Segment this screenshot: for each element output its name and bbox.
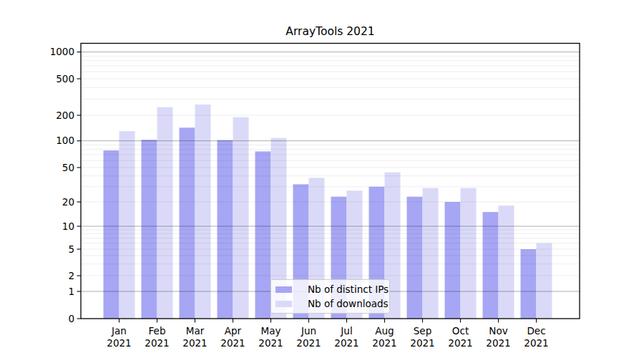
bar-distinct-ips bbox=[521, 249, 537, 319]
bar-distinct-ips bbox=[218, 140, 233, 319]
x-tick-label: Mar2021 bbox=[182, 325, 207, 349]
bar-downloads bbox=[537, 243, 552, 319]
y-tick-label: 0 bbox=[68, 313, 74, 324]
legend-label-distinct-ips: Nb of distinct IPs bbox=[308, 284, 389, 295]
y-tick-label: 100 bbox=[56, 135, 74, 146]
bar-distinct-ips bbox=[255, 151, 271, 319]
bar-downloads bbox=[499, 205, 514, 319]
x-tick-label: Jun2021 bbox=[296, 325, 321, 349]
x-tick-label: Oct2021 bbox=[448, 325, 472, 349]
x-tick-label: Jul2021 bbox=[334, 325, 358, 349]
bar-downloads bbox=[423, 188, 439, 319]
bar-distinct-ips bbox=[142, 140, 157, 319]
chart-legend: Nb of distinct IPs Nb of downloads bbox=[270, 279, 390, 314]
y-tick-label: 50 bbox=[62, 162, 74, 173]
x-tick-label: Jan2021 bbox=[107, 325, 131, 349]
x-tick-label: Sep2021 bbox=[410, 325, 434, 349]
bar-downloads bbox=[119, 131, 135, 319]
x-tick-label: Feb2021 bbox=[145, 325, 169, 349]
legend-swatch-downloads bbox=[275, 301, 292, 307]
x-tick-label: Nov2021 bbox=[486, 325, 510, 349]
y-tick-label: 5 bbox=[68, 243, 74, 255]
bar-downloads bbox=[461, 188, 477, 319]
legend-item-downloads: Nb of downloads bbox=[275, 298, 389, 309]
bar-downloads bbox=[195, 105, 211, 319]
y-tick-label: 1 bbox=[68, 286, 74, 297]
y-tick-label: 2 bbox=[68, 270, 74, 281]
bar-distinct-ips bbox=[445, 202, 461, 319]
legend-swatch-distinct-ips bbox=[275, 286, 292, 293]
bar-downloads bbox=[233, 117, 249, 319]
bar-downloads bbox=[157, 107, 173, 319]
legend-label-downloads: Nb of downloads bbox=[308, 298, 389, 309]
y-tick-label: 500 bbox=[56, 73, 74, 84]
x-tick-label: Dec2021 bbox=[524, 325, 548, 349]
bar-distinct-ips bbox=[180, 127, 195, 319]
x-tick-label: Aug2021 bbox=[372, 325, 396, 349]
x-tick-label: Apr2021 bbox=[220, 325, 245, 349]
y-tick-label: 200 bbox=[56, 110, 74, 121]
x-tick-label: May2021 bbox=[258, 325, 283, 349]
bar-distinct-ips bbox=[483, 212, 499, 319]
bar-distinct-ips bbox=[407, 197, 423, 319]
y-tick-label: 1000 bbox=[50, 46, 74, 57]
y-tick-label: 20 bbox=[62, 196, 74, 208]
figure: ArrayTools 2021 01251020501002005001000J… bbox=[0, 0, 644, 358]
y-tick-label: 10 bbox=[62, 221, 74, 232]
legend-item-distinct-ips: Nb of distinct IPs bbox=[275, 284, 389, 295]
